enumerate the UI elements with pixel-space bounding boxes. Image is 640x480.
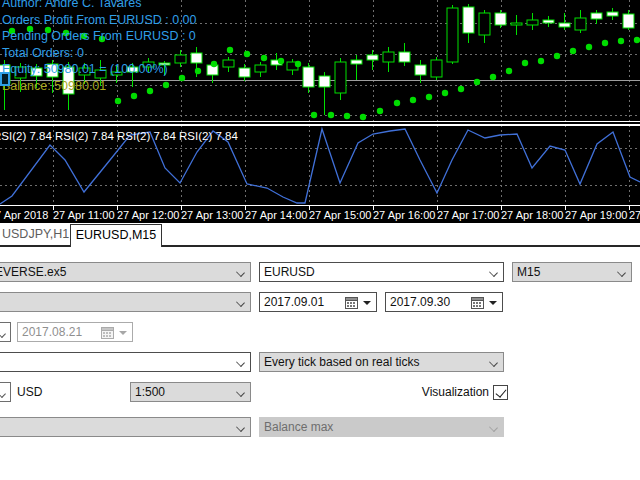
sar-dot [344, 113, 350, 119]
time-axis-label: 27 Apr 15:00 [309, 209, 371, 221]
candlestick [463, 7, 474, 33]
optimization-criterion-value: Balance max [264, 420, 333, 434]
candlestick [591, 13, 602, 19]
mt5-strategy-tester-window: 27 Apr 201827 Apr 11:0027 Apr 12:0027 Ap… [0, 0, 640, 480]
chevron-down-icon [237, 424, 244, 431]
candlestick [495, 13, 506, 25]
date-to-picker[interactable]: 2017.09.30 [385, 292, 503, 312]
sar-dot [490, 74, 496, 80]
sar-dot [244, 51, 250, 57]
candlestick [223, 60, 234, 67]
sar-dot [554, 53, 560, 59]
chevron-down-icon [489, 301, 497, 305]
candlestick [543, 20, 554, 23]
sar-dot [570, 48, 576, 54]
chevron-down-icon [363, 301, 371, 305]
candlestick [303, 67, 314, 87]
comment-equity: Equity: 50980.01 = (100.00%) [2, 61, 197, 78]
modelling-select[interactable]: Every tick based on real ticks [259, 352, 504, 372]
sar-dot [522, 60, 528, 66]
candlestick [399, 52, 410, 62]
rsi-indicator-label: RSI(2) 7.84 RSI(2) 7.84 RSI(2) 7.84 RSI(… [0, 130, 238, 142]
sar-dot [426, 94, 432, 100]
symbol-select[interactable]: EURUSD [259, 262, 504, 282]
sar-dot [377, 108, 383, 114]
pane-separator[interactable] [0, 121, 640, 122]
chevron-down-icon [618, 269, 625, 276]
chart-comment-block: Author: Andre C. Tavares Orders Profit F… [2, 0, 197, 94]
sar-dot [586, 44, 592, 50]
sar-dot [295, 61, 301, 67]
symbol-select-value: EURUSD [264, 265, 315, 279]
sar-dot [360, 114, 366, 120]
sar-dot [538, 58, 544, 64]
period-select-value: M15 [517, 265, 540, 279]
chevron-down-icon [237, 269, 244, 276]
candlestick [479, 13, 490, 35]
sar-dot [618, 38, 624, 44]
comment-orders-profit: Orders Profit From EURUSD : 0.00 [2, 12, 197, 29]
sar-dot [602, 40, 608, 46]
comment-pending-orders: Pending Orders From EURUSD : 0 [2, 28, 197, 45]
candlestick [559, 23, 570, 27]
sar-dot [211, 61, 217, 67]
candlestick [255, 65, 266, 72]
sar-dot [278, 58, 284, 64]
optimization-select[interactable] [0, 417, 251, 437]
time-axis-label: 27 Apr 12:00 [117, 209, 179, 221]
equity-price-marker [0, 72, 10, 86]
sar-dot [328, 112, 334, 118]
comment-total-orders: Total Orders: 0 [2, 45, 197, 62]
pane-separator[interactable] [0, 124, 640, 126]
expert-select-value: EVERSE.ex5 [0, 265, 66, 279]
sar-dot [634, 37, 640, 43]
sar-dot [261, 55, 267, 61]
forward-mode-select[interactable] [0, 322, 11, 342]
time-axis-label: 27 Apr 13:00 [181, 209, 243, 221]
modelling-select-value: Every tick based on real ticks [264, 355, 419, 369]
candlestick [431, 60, 442, 77]
comment-balance: Balance: 50980.01 [2, 78, 197, 95]
date-from-picker[interactable]: 2017.09.01 [259, 292, 377, 312]
candlestick [447, 8, 458, 62]
expert-select[interactable]: EVERSE.ex5 [0, 262, 251, 282]
candlestick [575, 18, 586, 30]
sar-dot [410, 97, 416, 103]
comment-author: Author: Andre C. Tavares [2, 0, 197, 12]
candlestick [511, 23, 522, 25]
sar-dot [458, 86, 464, 92]
sar-dot [394, 100, 400, 106]
tab-usdjpy-h1[interactable]: USDJPY,H1 [2, 227, 69, 241]
forward-date-picker: 2017.08.21 [17, 322, 133, 342]
sar-dot [474, 79, 480, 85]
date-range-select[interactable] [0, 292, 251, 312]
strategy-tester-settings: EVERSE.ex5 EURUSD M15 2017.09.01 2017 [0, 247, 640, 480]
candlestick [319, 76, 330, 87]
time-axis-label: 27 Apr 17:00 [437, 209, 499, 221]
candlestick [607, 12, 618, 16]
visualization-checkbox[interactable] [493, 385, 508, 400]
period-select[interactable]: M15 [512, 262, 632, 282]
candlestick [351, 60, 362, 64]
chevron-down-icon [237, 299, 244, 306]
tab-eurusd-m15[interactable]: EURUSD,M15 [70, 224, 162, 247]
candlestick [335, 62, 346, 93]
optimization-criterion-select: Balance max [259, 417, 504, 437]
delays-select[interactable] [0, 352, 251, 372]
time-axis-label: 27 Apr 18:00 [501, 209, 563, 221]
leverage-select[interactable]: 1:500 [130, 382, 251, 402]
sar-dot [227, 47, 233, 53]
sar-dot [506, 68, 512, 74]
sar-dot [311, 112, 317, 118]
time-axis-label: 27 Apr 14:00 [245, 209, 307, 221]
chevron-down-icon [119, 331, 127, 335]
deposit-select[interactable] [0, 382, 11, 402]
calendar-icon [471, 296, 484, 309]
forward-date-value: 2017.08.21 [22, 325, 82, 339]
price-chart[interactable]: 27 Apr 201827 Apr 11:0027 Apr 12:0027 Ap… [0, 0, 640, 223]
candlestick [239, 68, 250, 77]
chevron-down-icon [490, 424, 497, 431]
chart-tab-bar: USDJPY,H1 EURUSD,M15 [0, 223, 640, 247]
sar-dot [115, 98, 121, 104]
visualization-label: Visualization [389, 382, 489, 402]
